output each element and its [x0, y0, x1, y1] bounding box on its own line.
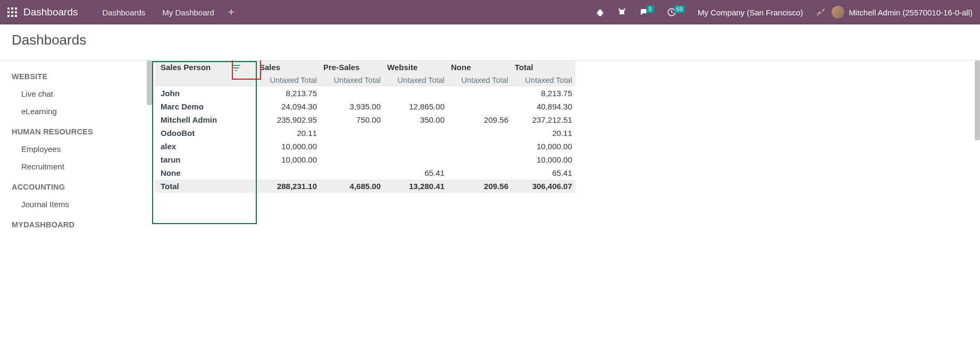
sub-none: Untaxed Total — [448, 74, 512, 87]
cell-value: 3,935.00 — [320, 100, 384, 113]
col-sales[interactable]: Sales — [256, 61, 320, 74]
svg-rect-8 — [15, 15, 17, 17]
cell-value: 750.00 — [320, 113, 384, 126]
cell-value: 65.41 — [384, 166, 448, 180]
cell-value: 10,000.00 — [256, 153, 320, 166]
total-cell: 288,231.10 — [256, 180, 320, 193]
main-scrollbar-track — [975, 61, 980, 341]
discuss-icon[interactable]: 9 — [633, 7, 660, 17]
cell-value: 40,894.30 — [512, 100, 575, 113]
col-presales[interactable]: Pre-Sales — [320, 61, 384, 74]
tools-icon[interactable] — [809, 7, 832, 17]
cell-value: 350.00 — [384, 113, 448, 126]
add-dashboard-icon[interactable]: + — [223, 6, 240, 19]
row-label[interactable]: alex — [155, 140, 256, 153]
cell-value — [448, 166, 512, 180]
cell-value — [448, 126, 512, 140]
calendar-icon[interactable] — [611, 8, 633, 17]
svg-rect-0 — [7, 7, 10, 10]
total-cell: 13,280.41 — [384, 180, 448, 193]
row-label[interactable]: OdooBot — [155, 126, 256, 140]
row-label[interactable]: John — [155, 87, 256, 100]
cell-value — [448, 140, 512, 153]
cell-value — [448, 153, 512, 166]
cell-value: 237,212.51 — [512, 113, 575, 126]
user-menu[interactable]: Mitchell Admin (25570010-16-0-all) — [832, 6, 973, 19]
activities-badge: 69 — [674, 5, 685, 13]
nav-dashboards[interactable]: Dashboards — [94, 4, 154, 21]
sidebar-item[interactable]: Recruitment — [12, 158, 152, 175]
sidebar: WEBSITELive chateLearningHUMAN RESOURCES… — [0, 61, 152, 341]
cell-value: 235,902.95 — [256, 113, 320, 126]
svg-rect-4 — [11, 11, 13, 13]
cell-value — [384, 87, 448, 100]
avatar — [832, 6, 844, 19]
total-cell: 306,406.07 — [512, 180, 575, 193]
sidebar-item[interactable]: Journal Items — [12, 195, 152, 213]
table-row: None65.4165.41 — [155, 166, 575, 180]
cell-value — [320, 140, 384, 153]
cell-value — [448, 100, 512, 113]
table-row: tarun10,000.0010,000.00 — [155, 153, 575, 166]
col-none[interactable]: None — [448, 61, 512, 74]
svg-rect-6 — [7, 15, 10, 17]
row-label[interactable]: Marc Demo — [155, 100, 256, 113]
sidebar-item[interactable]: eLearning — [12, 103, 152, 120]
apps-icon[interactable] — [7, 7, 17, 17]
col-total[interactable]: Total — [512, 61, 575, 74]
cell-value — [384, 153, 448, 166]
main-scrollbar[interactable] — [975, 61, 980, 140]
row-label[interactable]: tarun — [155, 153, 256, 166]
table-row: Mitchell Admin235,902.95750.00350.00209.… — [155, 113, 575, 126]
filter-icon[interactable] — [232, 64, 240, 72]
sub-total: Untaxed Total — [512, 74, 575, 87]
svg-rect-2 — [15, 7, 17, 10]
sidebar-group: MYDASHBOARD — [12, 220, 152, 229]
svg-rect-3 — [7, 11, 10, 13]
svg-rect-11 — [623, 10, 623, 14]
total-cell: 4,685.00 — [320, 180, 384, 193]
cell-value — [320, 126, 384, 140]
app-brand[interactable]: Dashboards — [23, 6, 78, 18]
cell-value: 10,000.00 — [512, 153, 575, 166]
cell-value: 10,000.00 — [256, 140, 320, 153]
pivot-row-header-label: Sales Person — [161, 63, 211, 72]
sidebar-group: WEBSITE — [12, 72, 152, 81]
svg-rect-9 — [620, 10, 621, 14]
svg-rect-7 — [11, 15, 13, 17]
activities-icon[interactable]: 69 — [660, 7, 691, 17]
sidebar-scrollbar[interactable] — [147, 61, 152, 105]
sub-sales: Untaxed Total — [256, 74, 320, 87]
row-label[interactable]: Mitchell Admin — [155, 113, 256, 126]
sub-presales: Untaxed Total — [320, 74, 384, 87]
cell-value: 209.56 — [448, 113, 512, 126]
pivot-row-header[interactable]: Sales Person — [155, 61, 256, 74]
sidebar-item[interactable]: Live chat — [12, 85, 152, 103]
content-area: WEBSITELive chateLearningHUMAN RESOURCES… — [0, 61, 980, 341]
cell-value: 10,000.00 — [512, 140, 575, 153]
svg-rect-5 — [15, 11, 17, 13]
user-name: Mitchell Admin (25570010-16-0-all) — [849, 8, 973, 17]
total-label[interactable]: Total — [155, 180, 256, 193]
cell-value — [256, 166, 320, 180]
col-website[interactable]: Website — [384, 61, 448, 74]
sidebar-group: HUMAN RESOURCES — [12, 127, 152, 136]
sidebar-item[interactable]: Employees — [12, 140, 152, 158]
cell-value — [320, 153, 384, 166]
row-label[interactable]: None — [155, 166, 256, 180]
sub-website: Untaxed Total — [384, 74, 448, 87]
pivot-table: Sales Person Sales Pre-Sales Website Non… — [155, 61, 575, 193]
cell-value: 65.41 — [512, 166, 575, 180]
table-row: alex10,000.0010,000.00 — [155, 140, 575, 153]
nav-my-dashboard[interactable]: My Dashboard — [154, 4, 223, 21]
cell-value: 20.11 — [256, 126, 320, 140]
cell-value — [384, 126, 448, 140]
discuss-badge: 9 — [647, 5, 654, 13]
company-selector[interactable]: My Company (San Francisco) — [698, 8, 803, 17]
bug-icon[interactable] — [589, 8, 611, 17]
table-row: Marc Demo24,094.303,935.0012,865.0040,89… — [155, 100, 575, 113]
main-pivot-area: Sales Person Sales Pre-Sales Website Non… — [152, 61, 980, 341]
sidebar-group: ACCOUNTING — [12, 183, 152, 191]
table-row: John8,213.758,213.75 — [155, 87, 575, 100]
cell-value: 20.11 — [512, 126, 575, 140]
